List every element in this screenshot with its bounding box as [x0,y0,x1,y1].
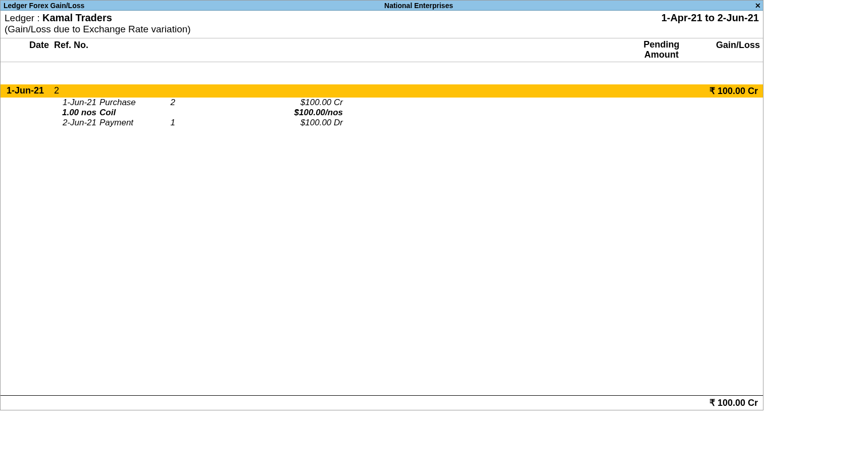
title-bar-center: National Enterprises [84,2,753,10]
detail-value: $100.00 Cr [175,98,352,108]
col-header-pending-line1: Pending [629,40,694,50]
title-bar-left: Ledger Forex Gain/Loss [1,2,84,10]
voucher-row-selected[interactable]: 1-Jun-21 2 ₹ 100.00 Cr [1,84,763,98]
detail-row: 1-Jun-21 Purchase 2 $100.00 Cr [1,98,763,108]
col-header-gainloss: Gain/Loss [694,40,760,60]
col-header-ref: Ref. No. [54,40,155,60]
detail-rate: $100.00/nos [175,108,352,118]
detail-date: 2-Jun-21 [54,118,99,128]
col-header-pending-line2: Amount [629,50,694,60]
report-info-bar: Ledger : Kamal Traders 1-Apr-21 to 2-Jun… [1,11,763,38]
detail-type: Purchase [99,98,155,108]
ledger-label: Ledger : [5,13,42,23]
close-icon[interactable]: ✕ [753,2,763,10]
detail-item: Coil [99,108,155,118]
report-body[interactable]: 1-Jun-21 2 ₹ 100.00 Cr 1-Jun-21 Purchase… [1,62,763,395]
detail-num [155,108,175,118]
voucher-date: 1-Jun-21 [4,85,54,96]
report-subtitle: (Gain/Loss due to Exchange Rate variatio… [5,24,759,35]
column-headers: Date Ref. No. Pending Amount Gain/Loss [1,38,763,62]
voucher-amount: ₹ 100.00 Cr [689,85,760,97]
detail-row: 2-Jun-21 Payment 1 $100.00 Dr [1,118,763,128]
detail-value: $100.00 Dr [175,118,352,128]
detail-num: 2 [155,98,175,108]
detail-qty: 1.00 nos [54,108,99,118]
report-period: 1-Apr-21 to 2-Jun-21 [661,12,759,24]
detail-type: Payment [99,118,155,128]
report-footer-total: ₹ 100.00 Cr [1,395,763,410]
detail-num: 1 [155,118,175,128]
ledger-line: Ledger : Kamal Traders [5,12,112,24]
spacer-row [1,62,763,84]
voucher-ref: 2 [54,85,155,96]
col-header-pending: Pending Amount [629,40,694,60]
title-bar: Ledger Forex Gain/Loss National Enterpri… [1,1,763,11]
app-window: Ledger Forex Gain/Loss National Enterpri… [0,0,763,410]
ledger-name: Kamal Traders [42,12,112,23]
col-header-date: Date [4,40,54,60]
detail-row: 1.00 nos Coil $100.00/nos [1,108,763,118]
footer-total-value: ₹ 100.00 Cr [709,397,758,408]
detail-date: 1-Jun-21 [54,98,99,108]
